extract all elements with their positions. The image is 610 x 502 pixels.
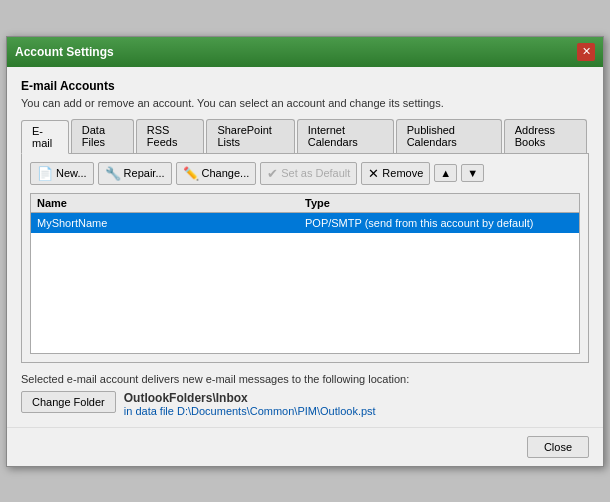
change-account-button[interactable]: ✏️ Change... — [176, 162, 257, 185]
tab-published-calendars[interactable]: Published Calendars — [396, 119, 502, 153]
window-title: Account Settings — [15, 45, 114, 59]
remove-label: Remove — [382, 167, 423, 179]
window-close-button[interactable]: ✕ — [577, 43, 595, 61]
new-icon: 📄 — [37, 166, 53, 181]
table-body: MyShortName POP/SMTP (send from this acc… — [31, 213, 579, 353]
repair-icon: 🔧 — [105, 166, 121, 181]
footer-location: Change Folder OutlookFolders\Inbox in da… — [21, 391, 589, 417]
repair-label: Repair... — [124, 167, 165, 179]
title-bar: Account Settings ✕ — [7, 37, 603, 67]
change-folder-button[interactable]: Change Folder — [21, 391, 116, 413]
tab-bar: E-mail Data Files RSS Feeds SharePoint L… — [21, 119, 589, 154]
accounts-table: Name Type MyShortName POP/SMTP (send fro… — [30, 193, 580, 354]
location-text: OutlookFolders\Inbox in data file D:\Doc… — [124, 391, 376, 417]
email-tab-panel: 📄 New... 🔧 Repair... ✏️ Change... ✔ Set … — [21, 154, 589, 363]
change-icon: ✏️ — [183, 166, 199, 181]
tab-rss-feeds[interactable]: RSS Feeds — [136, 119, 205, 153]
close-button[interactable]: Close — [527, 436, 589, 458]
move-down-button[interactable]: ▼ — [461, 164, 484, 182]
tab-sharepoint[interactable]: SharePoint Lists — [206, 119, 294, 153]
tab-address-books[interactable]: Address Books — [504, 119, 587, 153]
main-content: E-mail Accounts You can add or remove an… — [7, 67, 603, 427]
section-title: E-mail Accounts — [21, 79, 589, 93]
account-settings-window: Account Settings ✕ E-mail Accounts You c… — [6, 36, 604, 467]
table-header: Name Type — [31, 194, 579, 213]
remove-icon: ✕ — [368, 166, 379, 181]
section-description: You can add or remove an account. You ca… — [21, 97, 589, 109]
account-type: POP/SMTP (send from this account by defa… — [305, 217, 573, 229]
tab-internet-calendars[interactable]: Internet Calendars — [297, 119, 394, 153]
move-up-button[interactable]: ▲ — [434, 164, 457, 182]
col-header-type: Type — [305, 197, 573, 209]
tab-email[interactable]: E-mail — [21, 120, 69, 154]
footer-section: Selected e-mail account delivers new e-m… — [21, 373, 589, 417]
tab-data-files[interactable]: Data Files — [71, 119, 134, 153]
col-header-name: Name — [37, 197, 305, 209]
checkmark-icon: ✔ — [267, 166, 278, 181]
account-name: MyShortName — [37, 217, 305, 229]
footer-description: Selected e-mail account delivers new e-m… — [21, 373, 589, 385]
new-label: New... — [56, 167, 87, 179]
remove-account-button[interactable]: ✕ Remove — [361, 162, 430, 185]
table-row[interactable]: MyShortName POP/SMTP (send from this acc… — [31, 213, 579, 233]
dialog-footer: Close — [7, 427, 603, 466]
change-label: Change... — [202, 167, 250, 179]
accounts-toolbar: 📄 New... 🔧 Repair... ✏️ Change... ✔ Set … — [30, 162, 580, 185]
location-main: OutlookFolders\Inbox — [124, 391, 376, 405]
location-sub: in data file D:\Documents\Common\PIM\Out… — [124, 405, 376, 417]
set-default-label: Set as Default — [281, 167, 350, 179]
repair-account-button[interactable]: 🔧 Repair... — [98, 162, 172, 185]
new-account-button[interactable]: 📄 New... — [30, 162, 94, 185]
set-default-button[interactable]: ✔ Set as Default — [260, 162, 357, 185]
